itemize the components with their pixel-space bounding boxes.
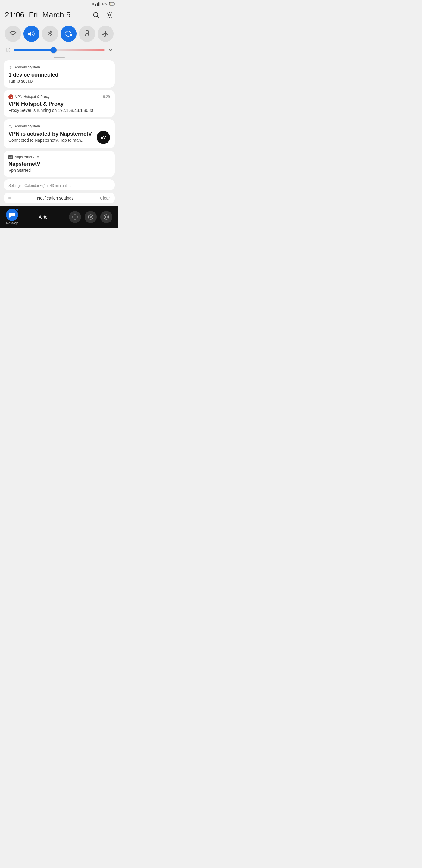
- status-icons: ⇅ 13%: [92, 2, 115, 6]
- android-system-wifi-icon: [8, 64, 13, 70]
- notif-app-name-2: VPN Hotspot & Proxy: [15, 95, 50, 99]
- brightness-row: [0, 44, 118, 56]
- notif-with-avatar: VPN is activated by NapsternetV Connecte…: [8, 131, 110, 144]
- svg-rect-6: [110, 3, 110, 5]
- notif-title-2: VPN Hotspot & Proxy: [8, 101, 110, 107]
- vpn-avatar-text: nV: [101, 135, 106, 140]
- time: 21:06: [5, 10, 24, 19]
- taskbar-carrier-label: Airtel: [19, 214, 69, 220]
- svg-line-18: [6, 48, 6, 49]
- svg-rect-3: [99, 2, 100, 6]
- vpn-avatar: nV: [97, 131, 110, 144]
- brightness-thumb: [51, 47, 57, 53]
- brightness-chevron-icon[interactable]: [107, 47, 113, 53]
- taskbar-app-icon-2[interactable]: [85, 211, 97, 223]
- key-icon: [8, 124, 13, 129]
- notification-settings-button[interactable]: Notification settings: [37, 195, 73, 200]
- notif-body-3: Connected to NapsternetV. Tap to man..: [8, 138, 94, 143]
- brightness-track: [14, 50, 104, 51]
- notif-app-name-3: Android System: [14, 124, 40, 128]
- bottom-bar-dot: [8, 197, 11, 199]
- notif-title-1: 1 device connected: [8, 72, 110, 78]
- data-transfer-icon: ⇅: [92, 2, 94, 6]
- notif-header-3: Android System: [8, 124, 110, 129]
- carrier-name: Airtel: [39, 215, 48, 219]
- taskbar-right-apps: [69, 211, 112, 223]
- notif-app-name-1: Android System: [14, 65, 40, 69]
- svg-rect-1: [97, 3, 98, 6]
- taskbar-app-message[interactable]: Message: [6, 209, 19, 225]
- brightness-icon: [5, 47, 11, 53]
- notification-android-system-1[interactable]: Android System 1 device connected Tap to…: [4, 60, 115, 88]
- date: Fri, March 5: [29, 10, 71, 19]
- svg-line-19: [9, 52, 10, 52]
- notification-napsternetv[interactable]: nV NapsternetV ▾ NapsternetV Vpn Started: [4, 151, 115, 177]
- notif-header-2: VPN Hotspot & Proxy 19:29: [8, 94, 110, 99]
- battery-percent: 13%: [101, 2, 108, 6]
- notification-vpn-hotspot[interactable]: VPN Hotspot & Proxy 19:29 VPN Hotspot & …: [4, 90, 115, 117]
- battery-icon: [109, 2, 115, 6]
- svg-line-28: [89, 215, 93, 219]
- time-date: 21:06 Fri, March 5: [5, 10, 70, 20]
- svg-rect-11: [86, 31, 88, 34]
- notif-app-name-4: NapsternetV: [14, 155, 35, 159]
- search-button[interactable]: [92, 11, 100, 19]
- napsternetv-chevron-icon[interactable]: ▾: [37, 155, 39, 159]
- bottom-bar: Notification settings Clear: [4, 193, 115, 204]
- vpn-hotspot-icon: [8, 94, 13, 99]
- notif-time-2: 19:29: [101, 95, 110, 99]
- qs-tile-wifi[interactable]: [5, 26, 21, 42]
- notification-android-vpn[interactable]: Android System VPN is activated by Napst…: [4, 119, 115, 148]
- notif-body-1: Tap to set up.: [8, 79, 110, 84]
- header-actions: [92, 11, 113, 19]
- taskbar-app-icon-3[interactable]: [100, 211, 112, 223]
- qs-tile-flashlight[interactable]: [79, 26, 95, 42]
- svg-point-13: [7, 49, 9, 51]
- qs-tile-bluetooth[interactable]: [42, 26, 58, 42]
- signal-icon: [96, 2, 100, 6]
- notifications-area: Android System 1 device connected Tap to…: [0, 60, 118, 190]
- notif-header-1: Android System: [8, 64, 110, 70]
- drag-handle-bar: [54, 57, 65, 58]
- svg-point-9: [108, 14, 110, 16]
- header: 21:06 Fri, March 5: [0, 8, 118, 23]
- qs-tile-sync[interactable]: [61, 26, 77, 42]
- brightness-slider[interactable]: [14, 47, 104, 53]
- notif-body-2: Proxy Sever is running on 192.168.43.1:8…: [8, 108, 110, 113]
- svg-line-8: [97, 16, 99, 18]
- notif-body-4: Vpn Started: [8, 168, 110, 173]
- svg-rect-0: [96, 4, 96, 6]
- taskbar-message-icon: [6, 209, 18, 221]
- svg-marker-10: [28, 32, 31, 36]
- taskbar-app-icon-1[interactable]: [69, 211, 81, 223]
- qs-tile-sound[interactable]: [24, 26, 40, 42]
- clear-button[interactable]: Clear: [100, 195, 110, 200]
- settings-button[interactable]: [105, 11, 113, 19]
- notif-title-3: VPN is activated by NapsternetV: [8, 131, 94, 137]
- notif-header-4: nV NapsternetV ▾: [8, 155, 110, 159]
- status-bar: ⇅ 13%: [0, 0, 118, 8]
- qs-tile-airplane[interactable]: [98, 26, 114, 42]
- taskbar: Message Airtel: [0, 206, 118, 228]
- notification-partial[interactable]: Settings · Calendar • (1hr 43 min until …: [4, 179, 115, 190]
- notif-title-4: NapsternetV: [8, 161, 110, 167]
- partial-notif-text: Settings · Calendar • (1hr 43 min until …: [8, 184, 110, 188]
- svg-point-30: [105, 216, 107, 218]
- quick-settings: [0, 23, 118, 44]
- notif-content-left: VPN is activated by NapsternetV Connecte…: [8, 131, 94, 143]
- svg-point-29: [104, 215, 109, 219]
- svg-rect-5: [114, 3, 115, 5]
- taskbar-message-label: Message: [6, 221, 19, 225]
- svg-rect-2: [98, 2, 99, 6]
- drag-handle[interactable]: [0, 56, 118, 60]
- svg-line-20: [6, 52, 6, 52]
- svg-line-21: [9, 48, 10, 49]
- napsternetv-icon: nV: [8, 155, 13, 159]
